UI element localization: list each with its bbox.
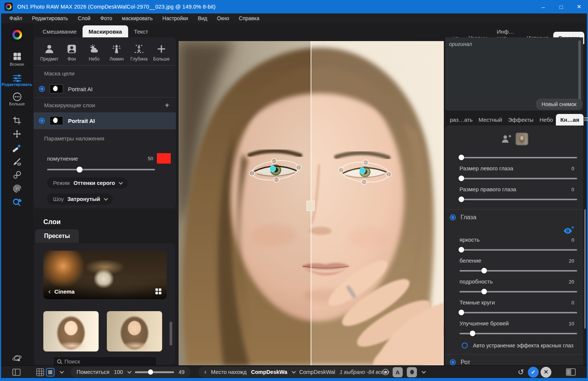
menu-mask[interactable]: маскировать [117, 15, 157, 21]
opacity-slider[interactable] [47, 167, 155, 173]
tab-effects[interactable]: Эффекты [505, 114, 536, 126]
mask-tool-sky[interactable]: Небо [83, 43, 105, 62]
redeye-checkbox-row[interactable]: Авто устранение эффекта красных глаз [462, 343, 583, 349]
filmstrip-grid-icon[interactable] [36, 366, 44, 378]
add-face-icon[interactable] [501, 133, 512, 145]
tab-portrait[interactable]: Кн…ая [556, 114, 584, 126]
layers-section-title[interactable]: Слои [43, 218, 61, 226]
brush-mask-tool-icon[interactable] [1, 157, 33, 166]
eyes-section-header[interactable]: Глаза [445, 210, 583, 224]
opacity-slider-thumb[interactable] [77, 167, 83, 173]
slider-thumb[interactable] [482, 289, 487, 294]
fit-label[interactable]: Поместиться [77, 369, 109, 375]
move-tool-icon[interactable] [1, 129, 33, 139]
tab-blending[interactable]: Смешивание [37, 25, 83, 38]
slider-dark-circles[interactable] [459, 310, 577, 315]
menu-help[interactable]: Справка [234, 15, 264, 21]
mouth-section-header[interactable]: Рот [445, 354, 583, 365]
slider-left-eye-size[interactable] [459, 176, 577, 181]
redeye-checkbox[interactable] [462, 343, 468, 349]
show-dropdown[interactable]: Шоу Затронутый [47, 193, 113, 205]
mask-tool-more[interactable]: Больше [150, 43, 173, 62]
view-mode-chevron-icon[interactable] [60, 366, 63, 378]
snapshot-original[interactable]: оригинал [449, 41, 472, 47]
back-icon[interactable]: ‹ [49, 288, 51, 295]
mask-layer-radio[interactable] [39, 118, 45, 124]
more-module-icon[interactable] [1, 92, 33, 102]
edit-module-label[interactable]: Редактировать [1, 82, 33, 87]
menu-file[interactable]: Файл [5, 15, 27, 21]
panel-menu-icon[interactable]: ≡ [584, 114, 588, 126]
close-button[interactable]: ✕ [570, 0, 588, 13]
tab-sky[interactable]: Небо [536, 114, 556, 126]
preview-eye-icon[interactable] [382, 366, 389, 378]
cancel-button[interactable]: ✕ [541, 366, 551, 378]
mode-dropdown[interactable]: Режим Оттенки серого [47, 177, 128, 189]
maximize-button[interactable]: □ [552, 0, 570, 13]
mask-view-chevron-icon[interactable] [422, 366, 425, 378]
slider-thumb[interactable] [458, 155, 464, 160]
zoom-value[interactable]: 100 [114, 369, 123, 375]
right-panel-scrollbar[interactable] [584, 209, 586, 329]
mask-layer-row[interactable]: Portrait AI [34, 112, 176, 129]
search-input[interactable] [65, 358, 147, 365]
refine-circles-tool-icon[interactable] [1, 170, 33, 180]
target-mask-radio[interactable] [39, 86, 45, 92]
reset-undo-icon[interactable]: ↺ [518, 366, 524, 378]
slider-thumb[interactable] [458, 196, 464, 202]
zoom-chevron-icon[interactable] [127, 369, 131, 374]
tab-text[interactable]: Текст [128, 25, 154, 38]
menu-view[interactable]: Вид [193, 15, 211, 21]
target-mask-row[interactable]: Portrait AI [34, 81, 176, 97]
slider-right-eye-size[interactable] [459, 196, 577, 202]
snapshots-scrollbar[interactable] [578, 40, 581, 107]
apply-button[interactable]: ✓ [528, 366, 539, 378]
photo-canvas[interactable] [179, 41, 444, 365]
slider-brightness[interactable] [459, 247, 577, 253]
slider-thumb[interactable] [458, 176, 464, 181]
mask-tool-luminosity[interactable]: Люмин [105, 43, 128, 62]
orbit-3d-icon[interactable] [1, 353, 33, 363]
location-chevron-icon[interactable] [292, 369, 296, 374]
menu-photo[interactable]: Фото [96, 15, 117, 21]
location-secondary[interactable]: CompDeskWal [299, 369, 335, 375]
compare-view-icon[interactable] [566, 366, 576, 378]
minimize-button[interactable]: – [534, 0, 552, 13]
mask-view-overlay-button[interactable] [407, 366, 417, 378]
location-primary[interactable]: CompDeskWa [251, 369, 287, 375]
single-view-icon[interactable] [46, 366, 55, 378]
zoom-slider[interactable] [135, 370, 174, 374]
preset-thumbnail[interactable] [107, 311, 162, 351]
menu-layer[interactable]: Слой [73, 15, 95, 21]
more-module-label[interactable]: Больше [1, 102, 33, 106]
tab-develop[interactable]: раз…ать [447, 114, 476, 126]
mask-tool-subject[interactable]: Предмет [38, 43, 61, 62]
mask-view-a-button[interactable]: A [393, 366, 403, 378]
crop-tool-icon[interactable] [1, 116, 33, 125]
mask-tool-background[interactable]: Фон [61, 43, 83, 62]
mask-tool-depth[interactable]: Глубина [128, 43, 150, 62]
tab-masking[interactable]: Маскировка [83, 25, 128, 38]
eye-plus-icon[interactable] [563, 226, 574, 235]
preset-search-box[interactable] [53, 356, 157, 365]
slider-whitening[interactable] [459, 268, 577, 273]
slider-thumb[interactable] [470, 331, 475, 336]
panel-toggle-icon[interactable] [12, 366, 21, 378]
zoom-hand-tool-icon[interactable] [1, 197, 33, 208]
slider-face[interactable] [459, 155, 577, 160]
presets-tab[interactable]: Пресеты [35, 229, 79, 243]
slider-eyebrows[interactable] [459, 331, 577, 336]
preset-category-cinema[interactable]: ‹ Cinema [43, 251, 167, 299]
browse-label[interactable]: Browse [1, 62, 33, 66]
grid-view-icon[interactable] [155, 288, 161, 294]
back-icon[interactable]: ‹ [204, 368, 207, 376]
magic-wand-tool-icon[interactable] [1, 143, 33, 153]
edit-module-icon[interactable] [1, 73, 33, 83]
face-thumbnail[interactable] [516, 133, 528, 145]
tab-local[interactable]: Местный [476, 114, 505, 126]
slider-thumb[interactable] [458, 247, 464, 253]
slider-thumb[interactable] [458, 310, 464, 315]
retouch-fingerprint-tool-icon[interactable] [1, 184, 33, 193]
browse-icon[interactable] [1, 52, 33, 61]
new-snapshot-button[interactable]: Новый снимок [536, 99, 582, 110]
